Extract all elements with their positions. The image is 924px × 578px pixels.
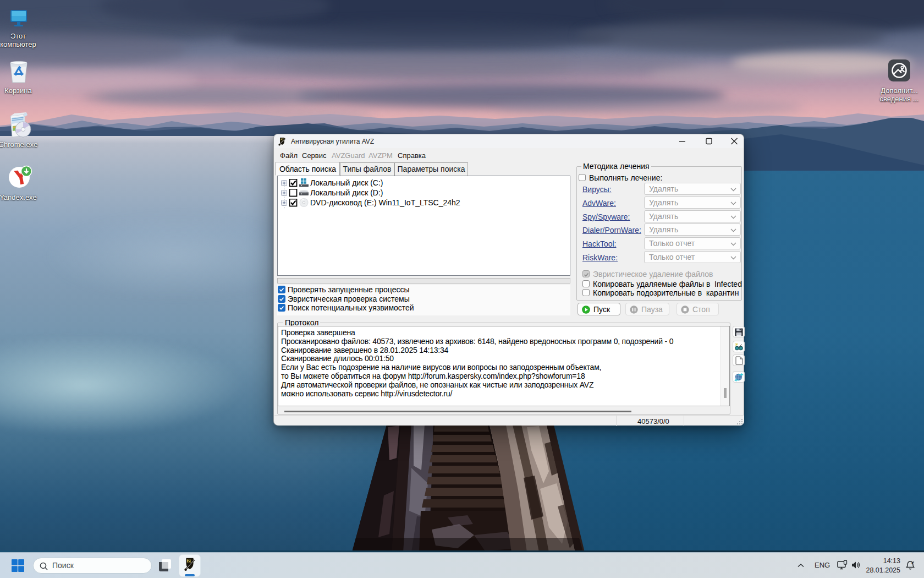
- svg-text:z: z: [913, 560, 915, 564]
